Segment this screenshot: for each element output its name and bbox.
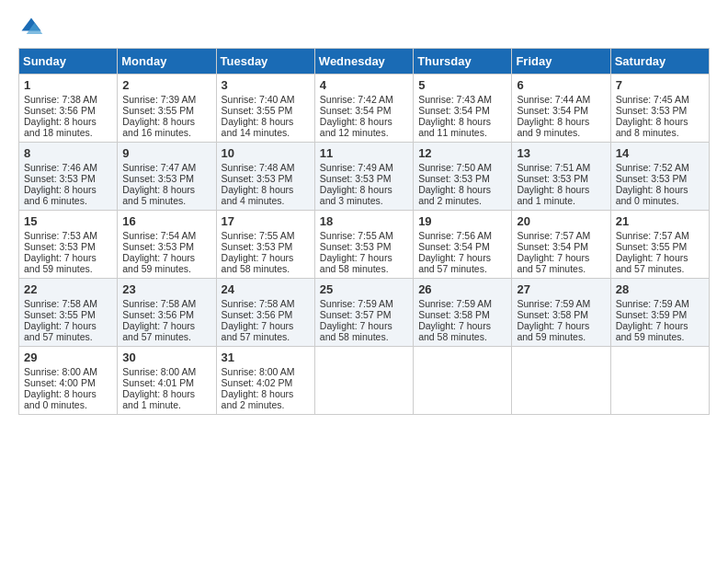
calendar-cell xyxy=(314,347,413,415)
sunset-label: Sunset: 3:53 PM xyxy=(24,173,96,184)
day-number: 24 xyxy=(222,282,310,296)
sunrise-label: Sunrise: 7:45 AM xyxy=(616,94,689,105)
daylight-label: Daylight: 8 hours and 0 minutes. xyxy=(616,184,688,206)
calendar-cell: 5 Sunrise: 7:43 AM Sunset: 3:54 PM Dayli… xyxy=(414,75,512,143)
daylight-label: Daylight: 8 hours and 2 minutes. xyxy=(222,388,294,410)
calendar-cell: 14 Sunrise: 7:52 AM Sunset: 3:53 PM Dayl… xyxy=(610,143,709,211)
daylight-label: Daylight: 7 hours and 59 minutes. xyxy=(517,320,589,342)
sunset-label: Sunset: 4:02 PM xyxy=(222,377,293,388)
sunset-label: Sunset: 3:56 PM xyxy=(24,105,96,116)
calendar-cell: 18 Sunrise: 7:55 AM Sunset: 3:53 PM Dayl… xyxy=(314,211,413,279)
daylight-label: Daylight: 8 hours and 2 minutes. xyxy=(418,184,491,206)
calendar-cell: 2 Sunrise: 7:39 AM Sunset: 3:55 PM Dayli… xyxy=(118,75,216,143)
calendar-cell xyxy=(610,347,709,415)
sunrise-label: Sunrise: 7:58 AM xyxy=(222,298,295,309)
calendar-cell xyxy=(512,347,610,415)
day-number: 23 xyxy=(122,282,210,296)
daylight-label: Daylight: 7 hours and 58 minutes. xyxy=(320,320,392,342)
calendar-week-row: 15 Sunrise: 7:53 AM Sunset: 3:53 PM Dayl… xyxy=(19,211,710,279)
sunrise-label: Sunrise: 7:56 AM xyxy=(418,230,492,241)
sunset-label: Sunset: 3:53 PM xyxy=(418,173,490,184)
sunrise-label: Sunrise: 7:38 AM xyxy=(24,94,97,105)
sunrise-label: Sunrise: 7:51 AM xyxy=(517,162,590,173)
daylight-label: Daylight: 8 hours and 9 minutes. xyxy=(517,116,589,138)
calendar-cell: 24 Sunrise: 7:58 AM Sunset: 3:56 PM Dayl… xyxy=(216,279,314,347)
sunset-label: Sunset: 3:57 PM xyxy=(320,309,392,320)
sunset-label: Sunset: 3:53 PM xyxy=(222,173,293,184)
calendar-header-row: SundayMondayTuesdayWednesdayThursdayFrid… xyxy=(19,49,710,75)
sunrise-label: Sunrise: 7:44 AM xyxy=(517,94,590,105)
sunrise-label: Sunrise: 7:58 AM xyxy=(24,298,97,309)
daylight-label: Daylight: 7 hours and 59 minutes. xyxy=(616,320,688,342)
day-header-thursday: Thursday xyxy=(414,49,512,75)
day-header-friday: Friday xyxy=(512,49,610,75)
sunrise-label: Sunrise: 7:49 AM xyxy=(320,162,393,173)
day-number: 4 xyxy=(320,78,408,92)
calendar-cell: 7 Sunrise: 7:45 AM Sunset: 3:53 PM Dayli… xyxy=(610,75,709,143)
daylight-label: Daylight: 8 hours and 11 minutes. xyxy=(418,116,491,138)
calendar-week-row: 1 Sunrise: 7:38 AM Sunset: 3:56 PM Dayli… xyxy=(19,75,710,143)
sunset-label: Sunset: 3:58 PM xyxy=(418,309,490,320)
sunrise-label: Sunrise: 7:47 AM xyxy=(122,162,196,173)
daylight-label: Daylight: 8 hours and 6 minutes. xyxy=(24,184,97,206)
calendar-cell: 28 Sunrise: 7:59 AM Sunset: 3:59 PM Dayl… xyxy=(610,279,709,347)
calendar-cell: 22 Sunrise: 7:58 AM Sunset: 3:55 PM Dayl… xyxy=(19,279,118,347)
daylight-label: Daylight: 7 hours and 58 minutes. xyxy=(320,252,392,274)
sunset-label: Sunset: 4:01 PM xyxy=(122,377,194,388)
sunset-label: Sunset: 3:53 PM xyxy=(222,241,293,252)
daylight-label: Daylight: 8 hours and 3 minutes. xyxy=(320,184,392,206)
sunset-label: Sunset: 4:00 PM xyxy=(24,377,96,388)
calendar-cell: 13 Sunrise: 7:51 AM Sunset: 3:53 PM Dayl… xyxy=(512,143,610,211)
day-header-monday: Monday xyxy=(118,49,216,75)
calendar-cell: 17 Sunrise: 7:55 AM Sunset: 3:53 PM Dayl… xyxy=(216,211,314,279)
sunrise-label: Sunrise: 7:58 AM xyxy=(122,298,196,309)
day-number: 7 xyxy=(616,78,704,92)
page-header xyxy=(18,15,710,40)
day-number: 10 xyxy=(222,146,310,160)
daylight-label: Daylight: 8 hours and 14 minutes. xyxy=(222,116,294,138)
sunrise-label: Sunrise: 7:42 AM xyxy=(320,94,393,105)
daylight-label: Daylight: 7 hours and 57 minutes. xyxy=(616,252,688,274)
logo xyxy=(18,15,48,40)
daylight-label: Daylight: 7 hours and 59 minutes. xyxy=(122,252,195,274)
daylight-label: Daylight: 8 hours and 12 minutes. xyxy=(320,116,392,138)
sunset-label: Sunset: 3:55 PM xyxy=(24,309,96,320)
calendar-cell: 11 Sunrise: 7:49 AM Sunset: 3:53 PM Dayl… xyxy=(314,143,413,211)
day-number: 17 xyxy=(222,214,310,228)
daylight-label: Daylight: 8 hours and 1 minute. xyxy=(122,388,195,410)
sunrise-label: Sunrise: 8:00 AM xyxy=(222,366,295,377)
day-number: 6 xyxy=(517,78,605,92)
day-header-tuesday: Tuesday xyxy=(216,49,314,75)
sunset-label: Sunset: 3:53 PM xyxy=(122,241,194,252)
day-header-saturday: Saturday xyxy=(610,49,709,75)
calendar-week-row: 8 Sunrise: 7:46 AM Sunset: 3:53 PM Dayli… xyxy=(19,143,710,211)
calendar-week-row: 22 Sunrise: 7:58 AM Sunset: 3:55 PM Dayl… xyxy=(19,279,710,347)
calendar-cell: 23 Sunrise: 7:58 AM Sunset: 3:56 PM Dayl… xyxy=(118,279,216,347)
sunrise-label: Sunrise: 7:52 AM xyxy=(616,162,689,173)
day-number: 25 xyxy=(320,282,408,296)
sunset-label: Sunset: 3:55 PM xyxy=(222,105,293,116)
sunrise-label: Sunrise: 8:00 AM xyxy=(24,366,97,377)
day-number: 11 xyxy=(320,146,408,160)
daylight-label: Daylight: 7 hours and 57 minutes. xyxy=(418,252,491,274)
calendar-cell: 4 Sunrise: 7:42 AM Sunset: 3:54 PM Dayli… xyxy=(314,75,413,143)
daylight-label: Daylight: 8 hours and 0 minutes. xyxy=(24,388,97,410)
calendar-cell: 9 Sunrise: 7:47 AM Sunset: 3:53 PM Dayli… xyxy=(118,143,216,211)
sunrise-label: Sunrise: 7:40 AM xyxy=(222,94,295,105)
sunset-label: Sunset: 3:53 PM xyxy=(616,173,688,184)
day-header-wednesday: Wednesday xyxy=(314,49,413,75)
day-number: 2 xyxy=(122,78,210,92)
day-number: 21 xyxy=(616,214,704,228)
sunset-label: Sunset: 3:59 PM xyxy=(616,309,688,320)
sunset-label: Sunset: 3:53 PM xyxy=(616,105,688,116)
daylight-label: Daylight: 8 hours and 8 minutes. xyxy=(616,116,688,138)
daylight-label: Daylight: 8 hours and 5 minutes. xyxy=(122,184,195,206)
calendar-cell: 21 Sunrise: 7:57 AM Sunset: 3:55 PM Dayl… xyxy=(610,211,709,279)
calendar-cell: 31 Sunrise: 8:00 AM Sunset: 4:02 PM Dayl… xyxy=(216,347,314,415)
day-number: 27 xyxy=(517,282,605,296)
day-number: 22 xyxy=(24,282,112,296)
calendar-week-row: 29 Sunrise: 8:00 AM Sunset: 4:00 PM Dayl… xyxy=(19,347,710,415)
day-number: 5 xyxy=(418,78,506,92)
sunset-label: Sunset: 3:54 PM xyxy=(418,241,490,252)
sunset-label: Sunset: 3:55 PM xyxy=(122,105,194,116)
